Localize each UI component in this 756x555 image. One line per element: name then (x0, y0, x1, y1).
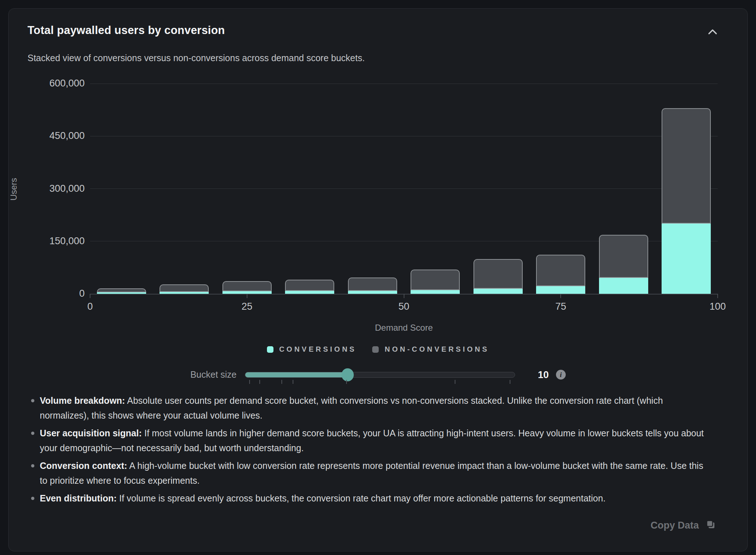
note-item: User acquisition signal: If most volume … (30, 426, 710, 456)
bar-segment-non-conversions[interactable] (97, 288, 146, 292)
y-tick-label: 150,000 (30, 236, 85, 247)
legend-item-non-conversions[interactable]: NON-CONVERSIONS (372, 345, 489, 353)
note-lead: Volume breakdown: (40, 395, 125, 406)
bar-segment-conversions[interactable] (599, 278, 648, 294)
x-tick (90, 294, 90, 298)
bar-bucket-90-100[interactable] (662, 108, 711, 294)
bar-segment-conversions[interactable] (411, 290, 460, 294)
legend-item-label: CONVERSIONS (279, 345, 357, 353)
x-tick (247, 294, 247, 298)
bucket-size-label: Bucket size (128, 369, 237, 380)
bucket-size-slider-thumb[interactable] (341, 368, 354, 381)
note-lead: Conversion context: (40, 461, 127, 471)
chevron-up-icon (708, 29, 717, 36)
legend-item-label: NON-CONVERSIONS (385, 345, 489, 353)
legend-swatch-icon (267, 346, 273, 353)
x-tick-label: 0 (65, 301, 115, 312)
gridline (90, 136, 718, 136)
x-tick-label: 75 (535, 301, 586, 312)
note-item: Conversion context: A high-volume bucket… (30, 458, 710, 488)
gridline (90, 84, 718, 84)
bar-segment-conversions[interactable] (662, 224, 711, 294)
x-tick (560, 294, 561, 298)
gridline (90, 188, 718, 189)
note-lead: Even distribution: (40, 493, 117, 503)
bar-bucket-50-60[interactable] (411, 270, 460, 294)
bar-segment-non-conversions[interactable] (285, 280, 334, 291)
bar-segment-conversions[interactable] (97, 292, 146, 294)
copy-data-button[interactable]: Copy Data (650, 518, 716, 533)
slider-tick-mark (281, 380, 282, 384)
bar-segment-non-conversions[interactable] (536, 255, 585, 286)
collapse-button[interactable] (704, 25, 721, 40)
bar-segment-non-conversions[interactable] (473, 259, 523, 289)
legend-item-conversions[interactable]: CONVERSIONS (267, 345, 357, 353)
y-axis-title: Users (9, 149, 19, 229)
slider-tick-mark (346, 380, 347, 384)
slider-tick-mark (293, 380, 293, 384)
bar-segment-non-conversions[interactable] (348, 278, 397, 291)
slider-tick-mark (259, 380, 260, 384)
x-tick-label: 100 (692, 301, 743, 312)
bar-bucket-80-90[interactable] (599, 235, 648, 294)
bucket-size-value: 10 (530, 369, 557, 381)
bucket-size-slider-fill (245, 372, 348, 377)
info-circle-icon[interactable]: i (556, 370, 566, 380)
plot-area: 0150,000300,000450,000600,0000255075100 (90, 84, 718, 294)
bar-bucket-30-40[interactable] (285, 280, 334, 294)
chart-legend: CONVERSIONSNON-CONVERSIONS (9, 345, 747, 353)
page-title: Total paywalled users by conversion (27, 24, 225, 37)
y-tick-label: 600,000 (30, 78, 85, 89)
slider-tick-mark (455, 380, 455, 384)
bar-segment-non-conversions[interactable] (411, 270, 460, 290)
y-tick-label: 450,000 (30, 130, 85, 141)
y-tick-label: 0 (30, 288, 85, 299)
bar-bucket-60-70[interactable] (473, 259, 523, 294)
slider-tick-mark (510, 380, 510, 384)
slider-tick-mark (249, 380, 250, 384)
bucket-size-slider-track[interactable] (245, 372, 515, 378)
bar-segment-conversions[interactable] (222, 291, 272, 294)
bar-segment-conversions[interactable] (285, 291, 334, 294)
y-tick-label: 300,000 (30, 183, 85, 194)
bar-bucket-0-10[interactable] (97, 288, 146, 294)
bar-bucket-20-30[interactable] (222, 281, 272, 294)
x-tick (404, 294, 404, 298)
bar-segment-non-conversions[interactable] (222, 281, 272, 291)
bar-bucket-40-50[interactable] (348, 278, 397, 294)
bar-bucket-10-20[interactable] (160, 284, 209, 294)
bar-segment-non-conversions[interactable] (599, 235, 648, 278)
x-tick-label: 50 (379, 301, 429, 312)
bar-segment-conversions[interactable] (348, 291, 397, 294)
chart-card: Total paywalled users by conversion Stac… (8, 8, 748, 551)
x-tick-label: 25 (222, 301, 272, 312)
bar-segment-non-conversions[interactable] (662, 108, 711, 224)
legend-swatch-icon (372, 346, 379, 353)
notes-list: Volume breakdown: Absolute user counts p… (30, 393, 710, 509)
bar-bucket-70-80[interactable] (536, 255, 585, 294)
bar-segment-conversions[interactable] (160, 292, 209, 294)
chart-subtitle: Stacked view of conversions versus non-c… (27, 53, 365, 63)
copy-data-label: Copy Data (650, 520, 699, 531)
note-lead: User acquisition signal: (40, 428, 142, 438)
bar-segment-conversions[interactable] (473, 289, 523, 294)
x-tick (717, 294, 718, 298)
bar-segment-conversions[interactable] (536, 286, 585, 294)
note-item: Even distribution: If volume is spread e… (30, 491, 710, 506)
bar-segment-non-conversions[interactable] (160, 284, 209, 292)
copy-icon (705, 519, 716, 531)
x-axis-title: Demand Score (90, 323, 718, 333)
note-item: Volume breakdown: Absolute user counts p… (30, 393, 710, 423)
